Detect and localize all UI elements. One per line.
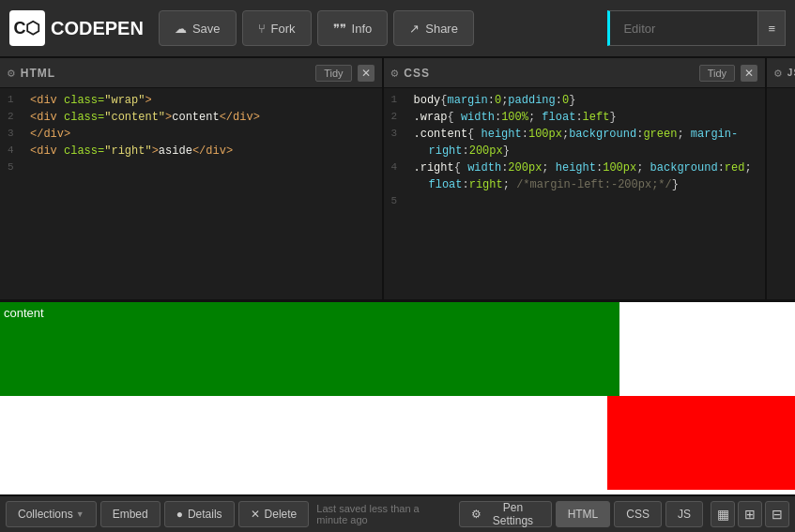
- comment-icon: ●: [176, 508, 183, 521]
- css-close-button[interactable]: ✕: [741, 65, 757, 82]
- css-line-4: 4 .right{ width:200px; height:100px; bac…: [384, 160, 766, 176]
- css-line-3: 3 .content{ height:100px;background:gree…: [384, 126, 766, 143]
- html-line-1: 1 <div class="wrap">: [0, 92, 382, 109]
- js-panel: ⚙ JS: [767, 58, 795, 299]
- view-2col-button[interactable]: ⊞: [738, 501, 762, 527]
- save-status: Last saved less than a minute ago: [316, 503, 451, 525]
- share-button[interactable]: ↗ Share: [393, 10, 474, 46]
- html-code-area[interactable]: 1 <div class="wrap"> 2 <div class="conte…: [0, 88, 382, 299]
- html-close-button[interactable]: ✕: [358, 65, 375, 82]
- logo-text: CODEPEN: [51, 18, 144, 39]
- details-button[interactable]: ● Details: [164, 501, 235, 527]
- embed-button[interactable]: Embed: [100, 501, 161, 527]
- view-1col-button[interactable]: ▦: [711, 501, 735, 527]
- preview-red-block: aside: [607, 396, 795, 490]
- preview-green-block: content: [0, 302, 619, 396]
- share-icon: ↗: [409, 22, 420, 36]
- view-buttons: ▦ ⊞ ⊟: [711, 501, 789, 527]
- fork-icon: ⑂: [258, 22, 266, 36]
- top-bar: C⬡ CODEPEN ☁ Save ⑂ Fork ❞❞ Info ↗ Share…: [0, 0, 795, 58]
- fork-button[interactable]: ⑂ Fork: [242, 10, 312, 46]
- info-button[interactable]: ❞❞ Info: [317, 10, 389, 46]
- css-line-4b: float:right; /*margin-left:-200px;*/}: [384, 176, 766, 193]
- collections-dropdown-icon: ▼: [76, 509, 84, 519]
- html-line-3: 3 </div>: [0, 126, 382, 143]
- html-line-2: 2 <div class="content">content</div>: [0, 109, 382, 126]
- css-panel: ⚙ CSS Tidy ✕ 1 body{margin:0;padding:0} …: [384, 58, 768, 299]
- collections-button[interactable]: Collections ▼: [6, 501, 97, 527]
- html-panel-header: ⚙ HTML Tidy ✕: [0, 58, 382, 88]
- css-panel-title: CSS: [404, 67, 693, 80]
- delete-button[interactable]: ✕ Delete: [238, 501, 310, 527]
- editor-input[interactable]: [607, 10, 757, 46]
- css-line-5: 5: [384, 193, 766, 209]
- logo-icon: C⬡: [9, 10, 45, 46]
- view-3col-button[interactable]: ⊟: [765, 501, 789, 527]
- html-line-4: 4 <div class="right">aside</div>: [0, 143, 382, 160]
- preview-aside-label: aside: [762, 494, 791, 494]
- html-line-5: 5: [0, 160, 382, 175]
- editors-row: ⚙ HTML Tidy ✕ 1 <div class="wrap"> 2 <di…: [0, 58, 795, 302]
- css-panel-header: ⚙ CSS Tidy ✕: [384, 58, 766, 88]
- js-code-area[interactable]: [767, 88, 795, 299]
- pen-settings-button[interactable]: ⚙ Pen Settings: [459, 501, 551, 527]
- bottom-bar: Collections ▼ Embed ● Details ✕ Delete L…: [0, 494, 795, 532]
- html-gear-icon[interactable]: ⚙: [8, 66, 15, 81]
- save-button[interactable]: ☁ Save: [159, 10, 237, 46]
- cloud-icon: ☁: [175, 22, 187, 36]
- editor-bar: ≡: [607, 10, 786, 46]
- css-line-2: 2 .wrap{ width:100%; float:left}: [384, 109, 766, 126]
- info-icon: ❞❞: [333, 22, 346, 36]
- settings-icon: ⚙: [471, 508, 482, 521]
- js-lang-button[interactable]: JS: [665, 501, 703, 527]
- css-line-1: 1 body{margin:0;padding:0}: [384, 92, 766, 109]
- html-lang-button[interactable]: HTML: [556, 501, 611, 527]
- preview-area: content aside: [0, 302, 795, 494]
- delete-icon: ✕: [251, 508, 260, 521]
- html-tidy-button[interactable]: Tidy: [315, 65, 351, 82]
- css-gear-icon[interactable]: ⚙: [391, 66, 399, 81]
- preview-content-label: content: [4, 306, 44, 320]
- html-panel: ⚙ HTML Tidy ✕ 1 <div class="wrap"> 2 <di…: [0, 58, 384, 299]
- css-lang-button[interactable]: CSS: [614, 501, 662, 527]
- editor-menu-button[interactable]: ≡: [757, 10, 786, 46]
- js-panel-title: JS: [787, 68, 795, 78]
- css-code-area[interactable]: 1 body{margin:0;padding:0} 2 .wrap{ widt…: [384, 88, 766, 299]
- css-line-3b: right:200px}: [384, 143, 766, 160]
- html-panel-title: HTML: [21, 67, 310, 80]
- css-tidy-button[interactable]: Tidy: [699, 65, 735, 82]
- js-gear-icon[interactable]: ⚙: [774, 66, 782, 81]
- js-panel-header: ⚙ JS: [767, 58, 795, 88]
